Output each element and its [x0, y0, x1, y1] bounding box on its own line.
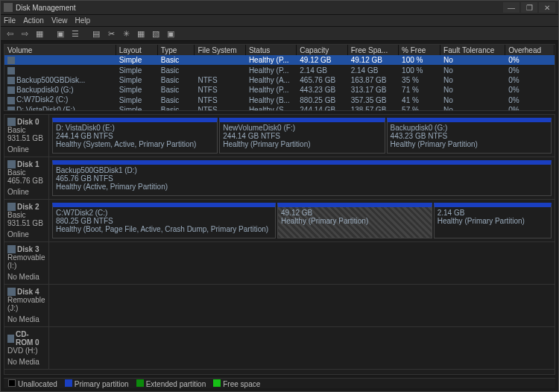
- wizard-icon[interactable]: ✳: [120, 28, 132, 39]
- disk-info[interactable]: Disk 4Removable (J:)No Media: [4, 285, 49, 326]
- column-header[interactable]: Overhead: [505, 45, 555, 55]
- column-header[interactable]: Capacity: [297, 45, 347, 55]
- volume-row[interactable]: Backupdisk0 (G:)SimpleBasicNTFSHealthy (…: [4, 85, 555, 95]
- column-header[interactable]: Free Spa...: [347, 45, 398, 55]
- menu-action[interactable]: Action: [23, 16, 44, 25]
- close-button[interactable]: ✕: [539, 2, 555, 13]
- menu-view[interactable]: View: [51, 16, 68, 25]
- volume-row[interactable]: SimpleBasicHealthy (P...2.14 GB2.14 GB10…: [4, 65, 555, 75]
- settings-icon[interactable]: ▧: [150, 28, 162, 39]
- titlebar[interactable]: Disk Management — ❐ ✕: [1, 1, 558, 14]
- graphical-view-pane[interactable]: Disk 0Basic931.51 GBOnlineD: VistaDisk0 …: [4, 114, 555, 375]
- disk-info[interactable]: Disk 2Basic931.51 GBOnline: [4, 200, 49, 241]
- properties-icon[interactable]: ☰: [69, 28, 81, 39]
- partition[interactable]: Backupdisk0 (G:)443.23 GB NTFSHealthy (P…: [387, 118, 552, 154]
- volume-row[interactable]: SimpleBasicHealthy (P...49.12 GB49.12 GB…: [4, 55, 555, 65]
- disk-row: CD-ROM 0DVD (H:)No Media: [4, 327, 555, 370]
- menu-file[interactable]: File: [4, 16, 16, 25]
- column-header[interactable]: % Free: [399, 45, 440, 55]
- partition[interactable]: NewVolumeDisk0 (F:)244.14 GB NTFSHealthy…: [219, 118, 385, 154]
- disk-info[interactable]: Disk 1Basic465.76 GBOnline: [4, 157, 49, 199]
- column-header[interactable]: File System: [195, 45, 245, 55]
- menu-help[interactable]: Help: [75, 16, 90, 25]
- window-title: Disk Management: [16, 4, 76, 12]
- toolbar: ⇦ ⇨ ▦ ▣ ☰ ▤ ✂ ✳ ▦ ▧ ▣: [1, 26, 558, 41]
- disk-row: Disk 3Removable (I:)No Media: [4, 242, 555, 285]
- help-icon[interactable]: ▦: [135, 28, 147, 39]
- up-icon[interactable]: ▦: [34, 28, 45, 39]
- volume-row[interactable]: Backup500GBDisk...SimpleBasicNTFSHealthy…: [4, 75, 555, 85]
- unallocated-swatch: [8, 379, 16, 387]
- volume-row[interactable]: C:W7Disk2 (C:)SimpleBasicNTFSHealthy (B.…: [4, 95, 555, 104]
- maximize-button[interactable]: ❐: [521, 2, 537, 13]
- volume-row[interactable]: D: VistaDisk0 (E:)SimpleBasicNTFSHealthy…: [4, 105, 555, 111]
- disk-info[interactable]: CD-ROM 0DVD (H:)No Media: [4, 327, 49, 369]
- partition[interactable]: D: VistaDisk0 (E:)244.14 GB NTFSHealthy …: [52, 118, 218, 154]
- column-header[interactable]: Fault Tolerance: [440, 45, 505, 55]
- column-header[interactable]: Status: [245, 45, 296, 55]
- app-icon: [4, 3, 13, 12]
- disk-info[interactable]: Disk 3Removable (I:)No Media: [4, 242, 49, 284]
- disk-row: Disk 4Removable (J:)No Media: [4, 285, 555, 327]
- export-icon[interactable]: ▤: [90, 28, 102, 39]
- volume-list-pane[interactable]: VolumeLayoutTypeFile SystemStatusCapacit…: [4, 44, 555, 111]
- partition[interactable]: C:W7Disk2 (C:)880.25 GB NTFSHealthy (Boo…: [52, 203, 276, 238]
- extended-swatch: [136, 379, 144, 387]
- refresh-icon[interactable]: ▣: [54, 28, 66, 39]
- partition[interactable]: 49.12 GBHealthy (Primary Partition): [277, 203, 432, 238]
- forward-icon[interactable]: ⇨: [19, 28, 31, 39]
- back-icon[interactable]: ⇦: [4, 28, 16, 39]
- action-icon[interactable]: ✂: [105, 28, 117, 39]
- partition[interactable]: 2.14 GBHealthy (Primary Partition): [434, 203, 552, 238]
- column-header[interactable]: Volume: [4, 45, 116, 55]
- menubar: File Action View Help: [1, 14, 558, 26]
- free-swatch: [213, 379, 221, 387]
- disk-management-window: Disk Management — ❐ ✕ File Action View H…: [0, 0, 559, 392]
- partition[interactable]: Backup500GBDisk1 (D:)465.76 GB NTFSHealt…: [52, 160, 552, 196]
- legend: Unallocated Primary partition Extended p…: [4, 378, 555, 388]
- content-area: VolumeLayoutTypeFile SystemStatusCapacit…: [1, 41, 558, 391]
- disk-row: Disk 2Basic931.51 GBOnlineC:W7Disk2 (C:)…: [4, 200, 555, 242]
- disk-row: Disk 0Basic931.51 GBOnlineD: VistaDisk0 …: [4, 115, 555, 157]
- view-icon[interactable]: ▣: [165, 28, 177, 39]
- primary-swatch: [65, 379, 72, 387]
- minimize-button[interactable]: —: [503, 2, 519, 13]
- column-header[interactable]: Type: [157, 45, 195, 55]
- column-header[interactable]: Layout: [116, 45, 157, 55]
- disk-info[interactable]: Disk 0Basic931.51 GBOnline: [4, 115, 49, 157]
- disk-row: Disk 1Basic465.76 GBOnlineBackup500GBDis…: [4, 157, 555, 200]
